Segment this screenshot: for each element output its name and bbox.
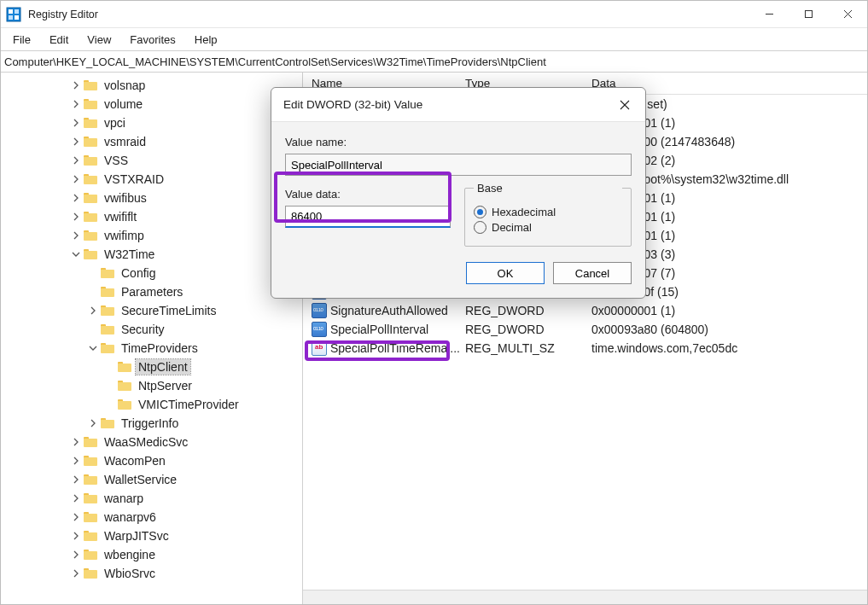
folder-icon — [100, 265, 115, 281]
svg-rect-30 — [101, 270, 114, 278]
svg-rect-54 — [84, 495, 97, 503]
menu-file[interactable]: File — [4, 32, 39, 48]
tree-item[interactable]: VSS — [1, 151, 302, 170]
list-row[interactable]: SpecialPollIntervalREG_DWORD0x00093a80 (… — [303, 320, 867, 339]
tree-item[interactable]: Security — [1, 320, 302, 339]
tree-pane[interactable]: volsnapvolumevpcivsmraidVSSVSTXRAIDvwifi… — [1, 73, 303, 604]
chevron-right-icon[interactable] — [69, 567, 83, 580]
chevron-right-icon[interactable] — [69, 116, 83, 130]
chevron-right-icon[interactable] — [69, 548, 83, 561]
folder-icon — [83, 228, 98, 243]
tree-item[interactable]: WaaSMedicSvc — [1, 433, 302, 451]
folder-icon — [100, 340, 115, 356]
tree-item-label: NtpClient — [136, 359, 190, 375]
base-group: Base Hexadecimal Decimal — [464, 188, 632, 247]
chevron-right-icon[interactable] — [69, 454, 83, 468]
chevron-right-icon[interactable] — [69, 97, 83, 111]
tree-item[interactable]: NtpClient — [1, 358, 302, 376]
tree-item-label: NtpServer — [136, 378, 195, 393]
svg-rect-28 — [84, 251, 97, 259]
tree-item[interactable]: SecureTimeLimits — [1, 301, 302, 320]
chevron-down-icon[interactable] — [86, 341, 100, 355]
tree-item[interactable]: volsnap — [1, 76, 302, 95]
value-type: REG_DWORD — [465, 304, 591, 317]
tree-item[interactable]: vpci — [1, 113, 302, 132]
tree-item[interactable]: W32Time — [1, 245, 302, 264]
chevron-right-icon[interactable] — [69, 135, 83, 148]
tree-item[interactable]: NtpServer — [1, 376, 302, 395]
tree-item-label: SecureTimeLimits — [119, 303, 219, 318]
value-name-input — [285, 154, 632, 176]
chevron-right-icon[interactable] — [69, 79, 83, 92]
value-data: 0x00000001 (1) — [591, 304, 867, 317]
chevron-right-icon[interactable] — [86, 416, 100, 430]
dialog-close-button[interactable] — [616, 96, 633, 113]
tree-item[interactable]: volume — [1, 95, 302, 113]
tree-item-label: TimeProviders — [119, 340, 201, 356]
chevron-right-icon[interactable] — [69, 435, 83, 449]
chevron-right-icon[interactable] — [69, 229, 83, 242]
chevron-right-icon[interactable] — [69, 210, 83, 224]
value-data-input[interactable] — [285, 206, 451, 228]
horizontal-scrollbar[interactable] — [303, 590, 867, 604]
chevron-right-icon[interactable] — [69, 191, 83, 205]
svg-rect-18 — [84, 157, 97, 166]
svg-rect-1 — [9, 9, 13, 14]
value-data: time.windows.com,7ec05dc — [591, 341, 867, 355]
menu-favorites[interactable]: Favorites — [121, 32, 184, 48]
chevron-right-icon[interactable] — [69, 473, 83, 486]
tree-item-label: WaaSMedicSvc — [102, 434, 190, 450]
svg-rect-48 — [84, 439, 97, 447]
chevron-right-icon[interactable] — [86, 304, 100, 317]
chevron-right-icon[interactable] — [69, 510, 83, 524]
svg-rect-10 — [84, 82, 97, 90]
tree-item[interactable]: vsmraid — [1, 132, 302, 151]
menu-edit[interactable]: Edit — [41, 32, 77, 48]
list-row[interactable]: SignatureAuthAllowedREG_DWORD0x00000001 … — [303, 301, 867, 320]
tree-item[interactable]: Parameters — [1, 282, 302, 301]
tree-item[interactable]: wanarpv6 — [1, 508, 302, 526]
folder-icon — [83, 434, 98, 450]
cancel-button[interactable]: Cancel — [553, 262, 632, 284]
tree-item[interactable]: TriggerInfo — [1, 414, 302, 433]
chevron-right-icon[interactable] — [69, 492, 83, 505]
menu-view[interactable]: View — [79, 32, 119, 48]
chevron-right-icon[interactable] — [69, 154, 83, 167]
maximize-button[interactable] — [789, 1, 828, 27]
folder-icon — [100, 416, 115, 431]
svg-rect-4 — [15, 15, 19, 20]
tree-item-label: wanarp — [102, 491, 146, 506]
chevron-right-icon[interactable] — [69, 529, 83, 543]
radio-hex-label: Hexadecimal — [492, 206, 556, 218]
svg-rect-12 — [84, 101, 97, 109]
address-bar[interactable]: Computer\HKEY_LOCAL_MACHINE\SYSTEM\Curre… — [1, 50, 867, 73]
tree-item[interactable]: vwifibus — [1, 189, 302, 207]
tree-item[interactable]: WarpJITSvc — [1, 526, 302, 545]
tree-item-label: vpci — [102, 115, 128, 131]
tree-item[interactable]: vwifimp — [1, 226, 302, 245]
tree-item[interactable]: WacomPen — [1, 451, 302, 470]
list-row[interactable]: SpecialPollTimeRemai...REG_MULTI_SZtime.… — [303, 339, 867, 358]
menu-help[interactable]: Help — [186, 32, 226, 48]
titlebar: Registry Editor — [1, 1, 867, 28]
tree-item[interactable]: wanarp — [1, 489, 302, 508]
edit-dword-dialog: Edit DWORD (32-bit) Value Value name: Va… — [271, 87, 646, 299]
tree-item[interactable]: TimeProviders — [1, 339, 302, 358]
minimize-button[interactable] — [749, 1, 789, 27]
folder-icon — [83, 134, 98, 149]
folder-icon — [117, 397, 132, 412]
tree-item[interactable]: WbioSrvc — [1, 564, 302, 583]
tree-item[interactable]: WalletService — [1, 470, 302, 489]
tree-item[interactable]: VSTXRAID — [1, 170, 302, 189]
chevron-right-icon[interactable] — [69, 172, 83, 186]
dialog-titlebar: Edit DWORD (32-bit) Value — [271, 88, 645, 122]
close-button[interactable] — [828, 1, 867, 27]
radio-decimal[interactable]: Decimal — [474, 217, 622, 237]
menubar: File Edit View Favorites Help — [1, 28, 867, 50]
ok-button[interactable]: OK — [466, 262, 545, 284]
tree-item[interactable]: Config — [1, 264, 302, 282]
chevron-down-icon[interactable] — [69, 247, 83, 261]
tree-item[interactable]: wbengine — [1, 545, 302, 564]
tree-item[interactable]: vwififlt — [1, 207, 302, 226]
tree-item[interactable]: VMICTimeProvider — [1, 395, 302, 414]
